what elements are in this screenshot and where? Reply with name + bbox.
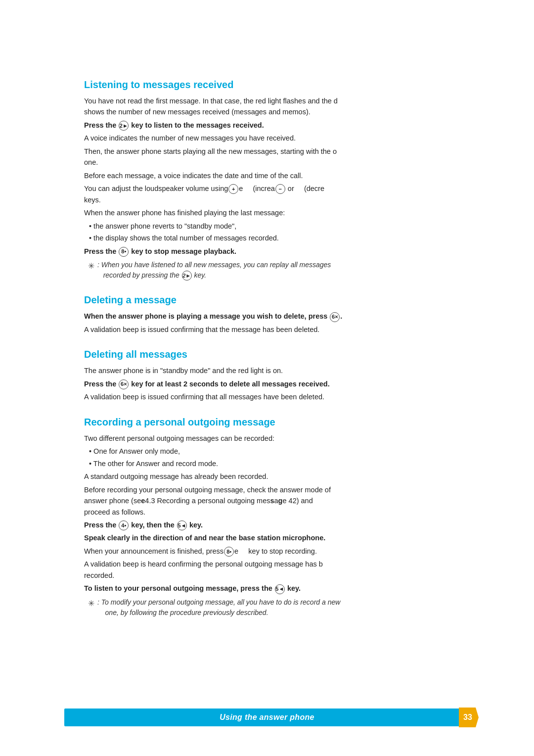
para-rec-8: To listen to your personal outgoing mess… — [84, 583, 465, 594]
list-item-display: the display shows the total number of me… — [84, 233, 465, 243]
tip-icon-recording: ✳ — [88, 598, 94, 610]
para-rec-3: Before recording your personal outgoing … — [84, 484, 465, 518]
tip-modify: ✳ : To modify your personal outgoing mes… — [88, 597, 465, 618]
para-rec-2: A standard outgoing message has already … — [84, 471, 465, 482]
tip-replay: ✳ : When you have listened to all new me… — [88, 260, 465, 281]
footer-text: Using the answer phone — [220, 713, 314, 722]
section-body-deleting-all: The answer phone is in "standby mode" an… — [84, 365, 465, 402]
list-item-answer-only: One for Answer only mode, — [84, 446, 465, 457]
key-6x: 6× — [330, 312, 340, 322]
para-1: You have not read the first message. In … — [84, 95, 465, 118]
para-8: Press the 8• key to stop message playbac… — [84, 246, 465, 257]
key-5-listen: 5◄ — [275, 584, 285, 594]
list-finished: the answer phone reverts to "standby mod… — [84, 221, 465, 244]
tip-text-recording: : To modify your personal outgoing messa… — [97, 597, 340, 618]
para-rec-1: Two different personal outgoing messages… — [84, 433, 465, 444]
section-body-listening: You have not read the first message. In … — [84, 95, 465, 281]
key-plus: + — [228, 184, 238, 194]
section-title-deleting-all: Deleting all messages — [84, 349, 465, 360]
para-all-3: A validation beep is issued confirming t… — [84, 391, 465, 402]
section-body-deleting-message: When the answer phone is playing a messa… — [84, 311, 465, 335]
para-4: Then, the answer phone starts playing al… — [84, 146, 465, 168]
section-title-listening: Listening to messages received — [84, 79, 465, 91]
list-item-answer-record: The other for Answer and record mode. — [84, 458, 465, 469]
key-8-stop: 8• — [224, 547, 234, 557]
key-8: 8• — [119, 247, 129, 257]
page-content: Listening to messages received You have … — [0, 0, 534, 691]
tip-icon-listening: ✳ — [88, 260, 94, 273]
section-listening: Listening to messages received You have … — [84, 79, 465, 281]
section-deleting-message: Deleting a message When the answer phone… — [84, 294, 465, 335]
key-4: 4• — [119, 520, 129, 530]
para-rec-7: A validation beep is heard confirming th… — [84, 559, 465, 581]
list-modes: One for Answer only mode, The other for … — [84, 446, 465, 469]
key-2-tip: 2► — [182, 271, 192, 281]
page-number-badge: 33 — [459, 708, 479, 727]
section-deleting-all: Deleting all messages The answer phone i… — [84, 349, 465, 402]
tip-text-listening: : When you have listened to all new mess… — [97, 260, 331, 281]
footer-inner: Using the answer phone 33 — [64, 709, 470, 726]
section-recording: Recording a personal outgoing message Tw… — [84, 417, 465, 618]
para-3: A voice indicates the number of new mess… — [84, 133, 465, 143]
para-6: You can adjust the loudspeaker volume us… — [84, 183, 465, 205]
para-all-1: The answer phone is in "standby mode" an… — [84, 365, 465, 376]
para-2: Press the 2► key to listen to the messag… — [84, 120, 465, 131]
para-5: Before each message, a voice indicates t… — [84, 170, 465, 181]
list-item-standby: the answer phone reverts to "standby mod… — [84, 221, 465, 232]
section-title-deleting-message: Deleting a message — [84, 294, 465, 306]
footer-bar: Using the answer phone 33 — [0, 709, 534, 726]
key-2: 2► — [119, 121, 129, 131]
para-7: When the answer phone has finished playi… — [84, 207, 465, 218]
key-6x-all: 6× — [119, 379, 129, 389]
para-rec-5: Speak clearly in the direction of and ne… — [84, 532, 465, 543]
section-body-recording: Two different personal outgoing messages… — [84, 433, 465, 618]
para-rec-4: Press the 4• key, then the 5◄ key. — [84, 520, 465, 530]
section-title-recording: Recording a personal outgoing message — [84, 417, 465, 428]
para-all-2: Press the 6× key for at least 2 seconds … — [84, 378, 465, 389]
key-minus: − — [275, 184, 285, 194]
para-delete-2: A validation beep is issued confirming t… — [84, 324, 465, 335]
para-rec-6: When your announcement is finished, pres… — [84, 546, 465, 557]
para-delete-1: When the answer phone is playing a messa… — [84, 311, 465, 322]
key-5: 5◄ — [177, 520, 187, 530]
